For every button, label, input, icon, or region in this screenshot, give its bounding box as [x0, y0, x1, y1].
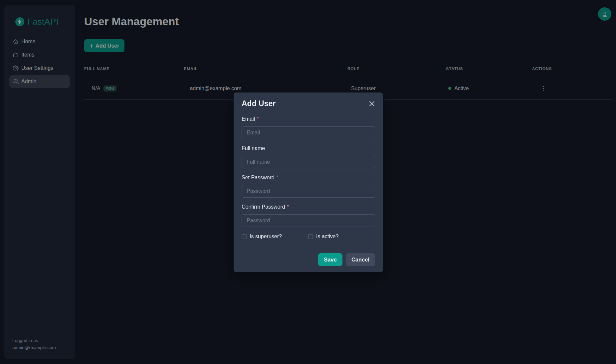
confirm-password-field-group: Confirm Password*	[242, 204, 375, 227]
set-password-input[interactable]	[242, 185, 375, 198]
confirm-password-input[interactable]	[242, 214, 375, 227]
required-asterisk: *	[287, 204, 289, 210]
full-name-label: Full name	[242, 145, 375, 152]
checkbox-row: Is superuser? Is active?	[242, 234, 375, 240]
set-password-field-group: Set Password*	[242, 174, 375, 198]
save-button[interactable]: Save	[318, 253, 342, 266]
full-name-input[interactable]	[242, 156, 375, 168]
is-superuser-checkbox[interactable]: Is superuser?	[242, 234, 308, 240]
email-field-group: Email*	[242, 116, 375, 139]
close-button[interactable]	[368, 100, 376, 107]
checkbox-icon	[242, 234, 247, 239]
email-input[interactable]	[242, 126, 375, 139]
checkbox-icon	[308, 234, 313, 239]
modal-title: Add User	[242, 99, 276, 108]
required-asterisk: *	[257, 116, 259, 122]
required-asterisk: *	[276, 175, 278, 180]
add-user-modal: Add User Email* Full name Set Password* …	[234, 92, 383, 272]
confirm-password-label: Confirm Password*	[242, 204, 375, 210]
is-active-checkbox[interactable]: Is active?	[308, 234, 339, 240]
email-label: Email*	[242, 116, 375, 122]
cancel-button[interactable]: Cancel	[346, 253, 375, 266]
close-icon	[369, 102, 374, 107]
set-password-label: Set Password*	[242, 174, 375, 181]
full-name-field-group: Full name	[242, 145, 375, 168]
modal-actions: Save Cancel	[242, 253, 375, 266]
